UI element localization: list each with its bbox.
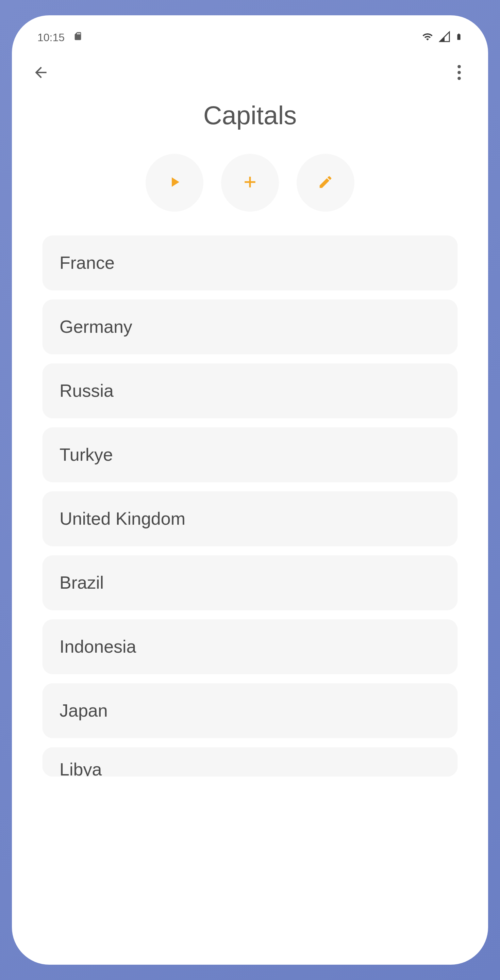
battery-icon [455,30,463,44]
status-bar: 10:15 [12,15,488,49]
plus-icon [241,173,259,192]
list-item[interactable]: Libya [43,747,457,776]
edit-button[interactable] [297,154,354,212]
list-item[interactable]: Brazil [43,555,457,610]
svg-point-0 [457,65,461,68]
list-item[interactable]: Indonesia [43,619,457,674]
list-item[interactable]: Japan [43,683,457,738]
pencil-icon [318,174,333,191]
list-item[interactable]: Russia [43,363,457,418]
back-button[interactable] [31,63,51,83]
items-list: France Germany Russia Turkye United King… [12,232,488,776]
list-item[interactable]: Germany [43,299,457,354]
list-item[interactable]: France [43,235,457,290]
more-button[interactable] [449,63,469,83]
cellular-signal-icon [439,31,450,44]
action-buttons [12,147,488,232]
list-item[interactable]: United Kingdom [43,492,457,546]
sd-card-icon [73,30,83,45]
page-title: Capitals [12,90,488,147]
svg-point-1 [457,71,461,74]
wifi-icon [421,31,434,43]
play-icon [166,174,183,192]
device-frame: 10:15 [12,15,488,965]
status-time: 10:15 [37,31,65,44]
add-button[interactable] [221,154,279,212]
more-vertical-icon [457,65,461,82]
app-bar [12,49,488,90]
back-arrow-icon [32,64,49,82]
list-item[interactable]: Turkye [43,427,457,482]
status-bar-left: 10:15 [37,30,83,45]
svg-point-2 [457,76,461,80]
play-button[interactable] [146,154,203,212]
status-bar-right [421,30,463,44]
